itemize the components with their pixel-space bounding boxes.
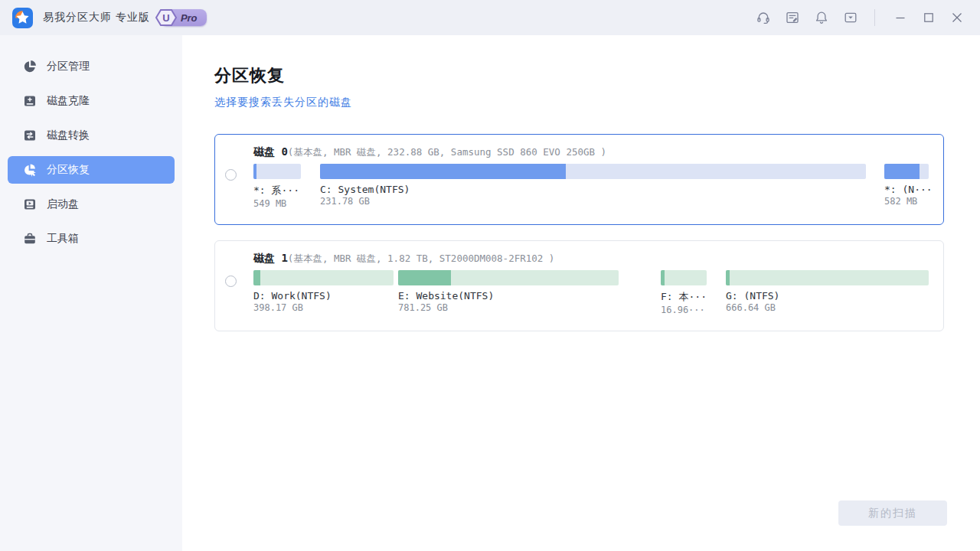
disk-details: (基本盘, MBR 磁盘, 1.82 TB, ST2000DM008-2FR10… [288, 253, 554, 264]
disk-name: 磁盘 1 [253, 252, 288, 264]
partition-label: D: Work(NTFS) [253, 290, 394, 302]
partition-bar [398, 270, 619, 285]
maximize-button[interactable] [916, 5, 941, 30]
svg-text:U: U [162, 12, 169, 24]
partition-map: D: Work(NTFS)398.17 GBE: Website(NTFS)78… [215, 270, 943, 324]
disk-header: 磁盘 1(基本盘, MBR 磁盘, 1.82 TB, ST2000DM008-2… [253, 251, 554, 266]
menu-dropdown-icon[interactable] [838, 5, 864, 31]
partition-size: 781.25 GB [398, 302, 619, 313]
page-subtitle-link[interactable]: 选择要搜索丢失分区的磁盘 [214, 96, 947, 109]
partition-label: F: 本··· [661, 290, 707, 304]
sidebar-item-label: 启动盘 [47, 197, 79, 211]
partition-size: 666.64 GB [726, 302, 929, 313]
partition-bar [726, 270, 929, 285]
app-logo-icon [12, 8, 33, 28]
titlebar: 易我分区大师 专业版 U Pro [0, 0, 980, 35]
partition-block: G: (NTFS)666.64 GB [726, 270, 929, 313]
sidebar-item-4[interactable]: 分区恢复 [8, 156, 175, 184]
sidebar-item-label: 工具箱 [47, 232, 79, 246]
new-scan-button[interactable]: 新的扫描 [838, 500, 947, 526]
partition-block: D: Work(NTFS)398.17 GB [253, 270, 394, 313]
headset-icon[interactable] [750, 5, 776, 31]
sidebar-item-label: 分区管理 [47, 60, 90, 73]
feedback-icon[interactable] [779, 5, 805, 31]
page-title: 分区恢复 [214, 64, 947, 87]
partition-label: *: 系··· [253, 184, 301, 197]
partition-label: E: Website(NTFS) [398, 290, 619, 302]
sidebar-item-5[interactable]: 启动盘 [8, 191, 175, 218]
pro-badge-label: Pro [181, 12, 198, 24]
disk-clone-icon [23, 94, 37, 108]
app-title: 易我分区大师 专业版 [43, 11, 150, 24]
sidebar-item-1[interactable]: 分区管理 [8, 53, 175, 80]
partition-size: 16.96··· [661, 305, 707, 315]
partition-bar [253, 164, 301, 179]
partition-size: 398.17 GB [253, 302, 394, 313]
sidebar-item-label: 磁盘克隆 [47, 94, 90, 108]
partition-recovery-icon [23, 163, 37, 177]
partition-bar [320, 164, 866, 179]
main-content: 分区恢复 选择要搜索丢失分区的磁盘 磁盘 0(基本盘, MBR 磁盘, 232.… [182, 35, 980, 551]
pro-badge-u-icon: U [155, 8, 178, 27]
pie-chart-icon [23, 60, 37, 73]
disk-card-0[interactable]: 磁盘 0(基本盘, MBR 磁盘, 232.88 GB, Samsung SSD… [214, 134, 944, 225]
partition-size: 582 MB [884, 196, 929, 207]
partition-block: E: Website(NTFS)781.25 GB [398, 270, 619, 313]
titlebar-separator [874, 9, 875, 26]
notification-bell-icon[interactable] [808, 5, 835, 31]
partition-size: 549 MB [253, 198, 301, 209]
toolbox-icon [23, 232, 37, 246]
disk-name: 磁盘 0 [253, 145, 288, 158]
partition-block: *: (N···582 MB [884, 164, 929, 207]
partition-bar [661, 270, 707, 285]
partition-label: G: (NTFS) [726, 290, 929, 302]
pro-badge: U Pro [161, 9, 207, 26]
partition-label: *: (N··· [884, 184, 929, 195]
disk-details: (基本盘, MBR 磁盘, 232.88 GB, Samsung SSD 860… [288, 146, 606, 158]
disk-list: 磁盘 0(基本盘, MBR 磁盘, 232.88 GB, Samsung SSD… [214, 134, 947, 331]
partition-block: *: 系···549 MB [253, 164, 301, 209]
sidebar: 分区管理磁盘克隆磁盘转换分区恢复启动盘工具箱 [0, 35, 182, 551]
partition-label: C: System(NTFS) [320, 184, 866, 195]
sidebar-item-2[interactable]: 磁盘克隆 [8, 87, 175, 115]
disk-header: 磁盘 0(基本盘, MBR 磁盘, 232.88 GB, Samsung SSD… [253, 145, 606, 159]
close-button[interactable] [945, 5, 969, 30]
sidebar-item-3[interactable]: 磁盘转换 [8, 122, 175, 149]
partition-map: *: 系···549 MBC: System(NTFS)231.78 GB*: … [215, 164, 943, 217]
partition-size: 231.78 GB [320, 196, 866, 207]
boot-disk-icon [23, 197, 37, 211]
partition-bar [884, 164, 929, 179]
sidebar-item-label: 分区恢复 [47, 163, 90, 177]
partition-bar [253, 270, 394, 285]
partition-block: C: System(NTFS)231.78 GB [320, 164, 866, 207]
sidebar-item-label: 磁盘转换 [47, 129, 90, 142]
disk-card-1[interactable]: 磁盘 1(基本盘, MBR 磁盘, 1.82 TB, ST2000DM008-2… [214, 240, 944, 331]
minimize-button[interactable] [888, 5, 913, 30]
sidebar-item-6[interactable]: 工具箱 [8, 225, 175, 253]
disk-convert-icon [23, 129, 37, 142]
partition-block: F: 本···16.96··· [661, 270, 707, 315]
